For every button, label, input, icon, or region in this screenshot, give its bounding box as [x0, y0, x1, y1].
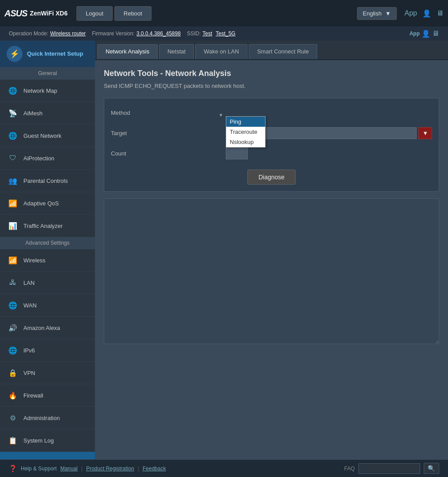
advanced-section-header: Advanced Settings [0, 237, 95, 249]
manual-link[interactable]: Manual [60, 466, 77, 472]
dropdown-option-nslookup[interactable]: Nslookup [226, 137, 265, 147]
user-icon[interactable]: 👤 [422, 9, 431, 18]
app-link[interactable]: App [410, 30, 420, 37]
sidebar-item-parental-controls[interactable]: 👥 Parental Controls [0, 170, 95, 192]
logout-button[interactable]: Logout [76, 6, 113, 21]
target-dropdown-button[interactable]: ▼ [418, 127, 432, 139]
ssid-value: Test [202, 30, 212, 37]
sidebar-item-administration-label: Administration [23, 415, 60, 421]
separator-1: | [81, 466, 83, 472]
method-control: Ping Traceroute Nslookup Ping Traceroute… [226, 110, 432, 116]
operation-mode-label: Operation Mode: [9, 30, 48, 37]
sidebar-item-network-map[interactable]: 🌐 Network Map [0, 80, 95, 102]
count-control [226, 148, 432, 159]
language-label: English [363, 10, 382, 17]
operation-mode-value: Wireless router [50, 30, 86, 37]
feedback-link[interactable]: Feedback [143, 466, 166, 472]
sidebar-item-wan[interactable]: 🌐 WAN [0, 294, 95, 317]
sidebar-item-amazon-alexa-label: Amazon Alexa [23, 325, 60, 331]
firmware-label: Firmware Version: [92, 30, 135, 37]
diagnose-button[interactable]: Diagnose [247, 170, 296, 185]
page-description: Send ICMP ECHO_REQUEST packets to networ… [104, 83, 439, 89]
sidebar-item-administration[interactable]: ⚙ Administration [0, 407, 95, 429]
sidebar-item-lan-label: LAN [23, 280, 34, 286]
faq-search-input[interactable] [358, 463, 420, 474]
sidebar-item-adaptive-qos-label: Adaptive QoS [23, 200, 59, 207]
sidebar-item-ipv6[interactable]: 🌐 IPv6 [0, 339, 95, 362]
tab-netstat[interactable]: Netstat [159, 44, 194, 59]
count-label: Count [111, 150, 226, 157]
general-section-header: General [0, 68, 95, 80]
sidebar-item-wireless-label: Wireless [23, 257, 46, 264]
user-icon-info[interactable]: 👤 [421, 30, 430, 38]
firewall-icon: 🔥 [7, 389, 19, 401]
lan-icon: 🖧 [7, 276, 19, 289]
main-layout: ⚡ Quick Internet Setup General 🌐 Network… [0, 41, 448, 459]
quick-setup-label: Quick Internet Setup [27, 50, 83, 58]
sidebar-item-parental-controls-label: Parental Controls [23, 178, 68, 184]
monitor-icon[interactable]: 🖥 [437, 9, 444, 17]
wan-icon: 🌐 [7, 299, 19, 311]
sidebar-item-firewall[interactable]: 🔥 Firewall [0, 384, 95, 407]
language-selector[interactable]: English ▼ [357, 7, 397, 20]
sidebar-item-system-log-label: System Log [23, 437, 54, 444]
sidebar-item-aiprotection[interactable]: 🛡 AiProtection [0, 147, 95, 170]
sidebar-item-adaptive-qos[interactable]: 📶 Adaptive QoS [0, 192, 95, 215]
faq-label: FAQ [344, 466, 355, 472]
top-header: ASUS ZenWiFi XD6 Logout Reboot English ▼… [0, 0, 448, 26]
sidebar-item-traffic-analyzer[interactable]: 📊 Traffic Analyzer [0, 215, 95, 237]
header-icons: App 👤 🖥 [405, 9, 444, 18]
network-map-icon: 🌐 [7, 84, 19, 97]
sidebar-item-traffic-analyzer-label: Traffic Analyzer [23, 223, 63, 229]
quick-setup-item[interactable]: ⚡ Quick Internet Setup [0, 41, 95, 68]
count-input[interactable] [226, 148, 248, 159]
adaptive-qos-icon: 📶 [7, 197, 19, 209]
quick-setup-icon: ⚡ [7, 46, 23, 62]
product-registration-link[interactable]: Product Registration [86, 466, 134, 472]
sidebar-item-guest-network-label: Guest Network [23, 132, 61, 139]
sidebar-item-network-map-label: Network Map [23, 87, 57, 94]
guest-network-icon: 🌐 [7, 129, 19, 142]
sidebar-item-wireless[interactable]: 📶 Wireless [0, 249, 95, 272]
monitor-icon-info[interactable]: 🖥 [432, 30, 439, 38]
content-area: Network Analysis Netstat Wake on LAN Sma… [95, 41, 448, 459]
sidebar-item-aimesh[interactable]: 📡 AiMesh [0, 102, 95, 125]
sidebar-item-network-tools[interactable]: ⚙ Network Tools [0, 452, 95, 459]
separator-2: | [138, 466, 139, 472]
parental-controls-icon: 👥 [7, 174, 19, 187]
tabs-bar: Network Analysis Netstat Wake on LAN Sma… [95, 41, 448, 60]
info-bar: Operation Mode: Wireless router Firmware… [0, 26, 448, 41]
diagnose-row: Diagnose [111, 166, 432, 185]
firmware-value: 3.0.0.4.386_45898 [137, 30, 181, 37]
sidebar-item-vpn-label: VPN [23, 370, 35, 376]
logo-area: ASUS ZenWiFi XD6 [4, 8, 73, 19]
faq-search-button[interactable]: 🔍 [424, 463, 439, 474]
reboot-button[interactable]: Reboot [114, 6, 152, 21]
sidebar-item-system-log[interactable]: 📋 System Log [0, 429, 95, 452]
sidebar-item-aimesh-label: AiMesh [23, 110, 42, 117]
help-support-label[interactable]: Help & Support [21, 466, 57, 472]
tab-network-analysis[interactable]: Network Analysis [97, 44, 158, 59]
system-log-icon: 📋 [7, 434, 19, 447]
dropdown-option-traceroute[interactable]: Traceroute [226, 127, 265, 137]
wireless-icon: 📶 [7, 254, 19, 266]
tab-smart-connect-rule[interactable]: Smart Connect Rule [249, 44, 317, 59]
sidebar-item-guest-network[interactable]: 🌐 Guest Network [0, 125, 95, 147]
header-buttons: Logout Reboot [76, 6, 353, 21]
chevron-down-icon: ▼ [385, 10, 391, 17]
sidebar-item-amazon-alexa[interactable]: 🔊 Amazon Alexa [0, 317, 95, 339]
sidebar-item-vpn[interactable]: 🔒 VPN [0, 362, 95, 384]
network-tools-icon: ⚙ [7, 457, 19, 459]
sidebar: ⚡ Quick Internet Setup General 🌐 Network… [0, 41, 95, 459]
tab-wake-on-lan[interactable]: Wake on LAN [195, 44, 247, 59]
router-model: ZenWiFi XD6 [30, 10, 68, 17]
count-row: Count [111, 146, 432, 161]
form-area: Method Ping Traceroute Nslookup [104, 98, 439, 192]
app-label[interactable]: App [405, 9, 417, 17]
dropdown-option-ping[interactable]: Ping [226, 117, 265, 127]
target-row: Target ▼ [111, 125, 432, 140]
aiprotection-icon: 🛡 [7, 152, 19, 164]
sidebar-item-lan[interactable]: 🖧 LAN [0, 272, 95, 294]
target-label: Target [111, 130, 226, 136]
ssid-label: SSID: [187, 30, 201, 37]
